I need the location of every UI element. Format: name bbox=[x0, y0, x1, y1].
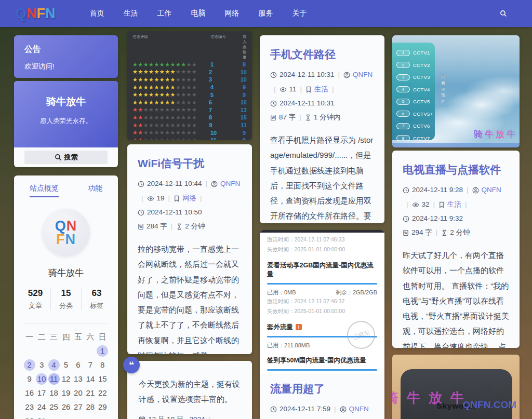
stat-分类[interactable]: 15分类 bbox=[50, 288, 81, 310]
meta-text[interactable]: 生活 bbox=[314, 84, 328, 95]
calendar-day-13[interactable]: 13 bbox=[72, 373, 84, 387]
cctv-channel-row: 6CCTV5+ bbox=[396, 108, 435, 120]
calendar-icon bbox=[139, 416, 145, 419]
calendar-day-2[interactable]: 2 bbox=[23, 359, 35, 373]
nav-item-关于[interactable]: 关于 bbox=[292, 9, 307, 18]
calendar-day-3[interactable]: 3 bbox=[35, 359, 47, 373]
calendar-day-1[interactable]: 1 bbox=[97, 345, 109, 359]
channel-number: 1 bbox=[210, 61, 243, 67]
nav-item-网络[interactable]: 网络 bbox=[225, 9, 240, 18]
stat-value: 15 bbox=[51, 288, 81, 299]
cctv-channel-panel: 1CCTV12CCTV23CCTV34CCTV45CCTV56CCTV5+7CC… bbox=[392, 43, 435, 140]
meta-text[interactable]: QNFN bbox=[482, 185, 501, 196]
post-title[interactable]: 手机文件路径 bbox=[270, 47, 374, 62]
sidebar-search-button[interactable]: 搜索 bbox=[24, 151, 108, 164]
nav-item-服务[interactable]: 服务 bbox=[259, 9, 273, 18]
calendar-day-14[interactable]: 14 bbox=[84, 373, 96, 387]
post-title[interactable]: 流量用超了 bbox=[270, 381, 374, 397]
meta-text[interactable]: QNFN bbox=[353, 70, 373, 80]
calendar-day-19[interactable]: 19 bbox=[60, 387, 72, 401]
cctv-featured-image[interactable]: 1CCTV12CCTV23CCTV34CCTV45CCTV56CCTV5+7CC… bbox=[392, 35, 520, 147]
meta-text[interactable]: 生活 bbox=[447, 199, 461, 210]
tab-功能[interactable]: 功能 bbox=[88, 184, 102, 197]
nav-item-电脑[interactable]: 电脑 bbox=[191, 9, 206, 18]
channel-number: 2 bbox=[209, 69, 241, 75]
calendar-day-28[interactable]: 28 bbox=[84, 401, 96, 415]
navbar-search-button[interactable] bbox=[500, 10, 507, 17]
skyworth-featured-image[interactable]: Skyworth 骑牛放牛 QNFN.COM bbox=[392, 355, 520, 419]
plan-top-rows: 激活时间：2024-12-11 07:46:33失效时间：2025-01-01 … bbox=[267, 235, 377, 254]
meta-text[interactable]: 网络 bbox=[182, 193, 196, 204]
meta-separator: | bbox=[334, 404, 336, 415]
calendar-day-18[interactable]: 18 bbox=[48, 387, 60, 401]
wifi-channels-featured-image[interactable]: 信道评级信道编号接入点数量★★★★★★★★★★★★18★★★★★★★★★★★★2… bbox=[127, 31, 252, 140]
stat-标签[interactable]: 63标签 bbox=[81, 288, 112, 310]
calendar-day-16[interactable]: 16 bbox=[23, 387, 35, 401]
nav-item-首页[interactable]: 首页 bbox=[90, 9, 104, 18]
avatar-logo-letter: N bbox=[65, 232, 76, 247]
calendar-day-22[interactable]: 22 bbox=[97, 387, 109, 401]
calendar-day-7[interactable]: 7 bbox=[84, 359, 96, 373]
meta-bookmark[interactable]: 生活 bbox=[305, 84, 328, 95]
masonry-column-3: 手机文件路径2024-12-11 10:31|QNFN|11|生活|2024-1… bbox=[260, 27, 384, 419]
calendar-day-25[interactable]: 25 bbox=[48, 401, 60, 415]
calendar-day-4[interactable]: 4 bbox=[48, 359, 60, 373]
channel-number-pill: 7 bbox=[396, 123, 410, 129]
ap-count: 9 bbox=[243, 84, 247, 90]
calendar-day-number: 四 bbox=[60, 331, 72, 343]
meta-user[interactable]: QNFN bbox=[340, 404, 369, 415]
calendar-day-20[interactable]: 20 bbox=[72, 387, 84, 401]
plan-section: 签到享50M国内流量-国内优惠流量 bbox=[267, 356, 377, 371]
calendar-day-9[interactable]: 9 bbox=[23, 373, 35, 387]
stat-文章[interactable]: 529文章 bbox=[20, 288, 50, 310]
quote-card: ❝ 今天更换为新的主题，挺有设计感，设置选项蛮丰富的。 12 月 10 日 , … bbox=[127, 361, 252, 419]
cctv-channel-row: 5CCTV5 bbox=[396, 96, 435, 108]
skyworth-domain-watermark: QNFN.COM bbox=[463, 399, 516, 411]
site-logo[interactable]: QNFN bbox=[16, 6, 56, 22]
logo-letter: F bbox=[37, 6, 46, 21]
calendar-day-31[interactable]: 31 bbox=[35, 415, 47, 419]
calendar-day-8[interactable]: 8 bbox=[97, 359, 109, 373]
calendar-day-30[interactable]: 30 bbox=[23, 415, 35, 419]
nav-item-工作[interactable]: 工作 bbox=[157, 9, 172, 18]
meta-user[interactable]: QNFN bbox=[211, 179, 240, 190]
meta-text: 32 bbox=[422, 199, 430, 210]
meta-user[interactable]: QNFN bbox=[472, 185, 501, 196]
meta-user[interactable]: QNFN bbox=[343, 70, 373, 80]
calendar-day-15[interactable]: 15 bbox=[97, 373, 109, 387]
data-plan-featured-image[interactable]: 激活时间：2024-12-11 07:46:33失效时间：2025-01-01 … bbox=[260, 230, 384, 374]
hourglass-icon bbox=[441, 229, 447, 236]
calendar-day-6[interactable]: 6 bbox=[72, 359, 84, 373]
calendar-day-empty bbox=[48, 415, 60, 419]
clock-icon bbox=[270, 100, 277, 107]
svg-text:W: W bbox=[139, 225, 143, 228]
clock-icon bbox=[138, 209, 144, 216]
calendar-day-11[interactable]: 11 bbox=[48, 373, 60, 387]
tab-站点概览[interactable]: 站点概览 bbox=[30, 184, 59, 197]
calendar-weekday: 二 bbox=[35, 331, 47, 345]
post-title[interactable]: WiFi信号干扰 bbox=[138, 156, 242, 171]
calendar-day-5[interactable]: 5 bbox=[60, 359, 72, 373]
calendar-day-23[interactable]: 23 bbox=[23, 401, 35, 415]
calendar-day-12[interactable]: 12 bbox=[60, 373, 72, 387]
post-meta-line: 12 月 10 日 , 2024|15:06| bbox=[139, 414, 241, 419]
nav-item-生活[interactable]: 生活 bbox=[124, 9, 138, 18]
calendar-day-26[interactable]: 26 bbox=[60, 401, 72, 415]
channel-label: CCTV4 bbox=[413, 87, 430, 92]
meta-text[interactable]: QNFN bbox=[349, 404, 369, 415]
calendar-day-29[interactable]: 29 bbox=[97, 401, 109, 415]
calendar-weekday: 三 bbox=[48, 331, 60, 345]
meta-hourglass: 2 分钟 bbox=[441, 227, 470, 238]
calendar-day-24[interactable]: 24 bbox=[35, 401, 47, 415]
calendar-day-10[interactable]: 10 bbox=[35, 373, 47, 387]
calendar-day-empty bbox=[72, 345, 84, 359]
post-meta-line: 2024-12-11 9:32 bbox=[403, 213, 509, 224]
calendar-day-27[interactable]: 27 bbox=[72, 401, 84, 415]
calendar-day-21[interactable]: 21 bbox=[84, 387, 96, 401]
calendar-day-empty bbox=[72, 415, 84, 419]
meta-bookmark[interactable]: 生活 bbox=[438, 199, 461, 210]
post-title[interactable]: 电视直播与点播软件 bbox=[403, 162, 509, 178]
calendar-day-17[interactable]: 17 bbox=[35, 387, 47, 401]
meta-bookmark[interactable]: 网络 bbox=[174, 193, 196, 204]
meta-text[interactable]: QNFN bbox=[220, 179, 240, 190]
